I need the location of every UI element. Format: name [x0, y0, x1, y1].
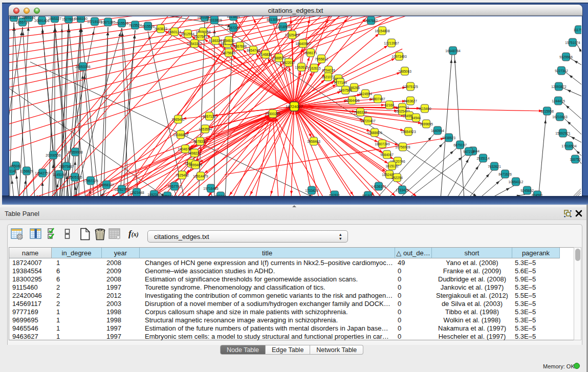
svg-text:20206556: 20206556: [46, 154, 61, 157]
svg-text:8267130: 8267130: [203, 115, 216, 118]
svg-text:2069140: 2069140: [22, 16, 35, 19]
svg-text:10671385: 10671385: [100, 20, 116, 24]
svg-text:16033809: 16033809: [207, 18, 222, 22]
svg-text:7515526: 7515526: [141, 25, 155, 28]
svg-text:16543362: 16543362: [187, 42, 202, 46]
svg-text:391141: 391141: [9, 169, 17, 173]
svg-text:9327503: 9327503: [194, 35, 207, 38]
svg-text:9084067: 9084067: [380, 153, 394, 157]
svg-text:1733426: 1733426: [305, 189, 318, 192]
svg-text:252254: 252254: [391, 176, 403, 180]
svg-text:12923448: 12923448: [129, 191, 144, 194]
svg-text:7986322: 7986322: [354, 111, 367, 114]
svg-text:824561: 824561: [532, 193, 543, 196]
svg-text:9115460: 9115460: [418, 107, 431, 111]
svg-text:1353594: 1353594: [199, 127, 212, 131]
svg-text:7663822: 7663822: [154, 27, 167, 31]
svg-text:9457791: 9457791: [168, 185, 181, 188]
svg-text:14136141: 14136141: [371, 185, 386, 188]
svg-text:2867608: 2867608: [233, 45, 247, 48]
svg-text:8678332: 8678332: [193, 140, 207, 143]
svg-text:3624554: 3624554: [359, 92, 372, 96]
svg-text:16648784: 16648784: [445, 49, 461, 53]
svg-text:6794028: 6794028: [322, 69, 335, 72]
svg-text:6322037: 6322037: [282, 61, 295, 64]
svg-text:6497568: 6497568: [339, 89, 352, 92]
svg-text:12975125: 12975125: [403, 85, 418, 89]
svg-text:7515526: 7515526: [115, 21, 128, 25]
svg-text:1640954: 1640954: [431, 129, 444, 133]
svg-text:9777169: 9777169: [334, 81, 347, 84]
svg-text:16154808: 16154808: [375, 29, 390, 33]
svg-text:16914479: 16914479: [193, 174, 208, 178]
svg-text:154636: 154636: [223, 39, 234, 42]
svg-text:1527602: 1527602: [62, 17, 75, 21]
svg-text:1145194: 1145194: [53, 173, 66, 177]
svg-text:9699695: 9699695: [420, 122, 433, 126]
svg-text:3675685: 3675685: [222, 51, 235, 55]
svg-text:15692971: 15692971: [555, 132, 571, 135]
svg-text:9245652: 9245652: [520, 189, 534, 192]
svg-text:1156829: 1156829: [20, 169, 33, 173]
svg-text:1162615: 1162615: [308, 67, 321, 70]
svg-text:19716485: 19716485: [203, 187, 219, 190]
svg-text:10654112: 10654112: [509, 180, 524, 184]
svg-text:632811: 632811: [329, 193, 340, 196]
svg-text:8912954: 8912954: [181, 32, 194, 36]
svg-text:1362615: 1362615: [295, 65, 308, 69]
svg-text:19218506: 19218506: [275, 25, 291, 29]
svg-text:116753: 116753: [570, 158, 581, 161]
svg-text:1092344: 1092344: [147, 193, 161, 196]
svg-text:1696171: 1696171: [304, 51, 317, 55]
svg-text:8813054: 8813054: [267, 18, 280, 21]
svg-text:8454749: 8454749: [247, 49, 260, 52]
svg-text:9329966: 9329966: [559, 55, 573, 59]
svg-text:6466160: 6466160: [74, 17, 88, 20]
svg-text:9227342: 9227342: [555, 69, 568, 73]
svg-text:11325419: 11325419: [285, 33, 300, 37]
svg-text:19166825: 19166825: [173, 133, 188, 137]
svg-text:15720407: 15720407: [360, 119, 376, 123]
svg-text:12213967: 12213967: [384, 41, 399, 45]
svg-text:841923: 841923: [362, 194, 374, 196]
svg-text:8938923: 8938923: [442, 136, 455, 140]
svg-text:15751074: 15751074: [565, 41, 580, 45]
svg-text:8215958: 8215958: [540, 110, 554, 113]
svg-text:62160: 62160: [385, 103, 395, 107]
svg-text:7357224: 7357224: [227, 26, 240, 30]
svg-text:1244415: 1244415: [552, 99, 565, 103]
svg-text:17957225: 17957225: [83, 179, 98, 183]
svg-text:8660124: 8660124: [168, 30, 181, 34]
svg-text:20364436: 20364436: [344, 99, 360, 102]
svg-text:8471626: 8471626: [498, 172, 512, 176]
svg-text:10807487: 10807487: [370, 97, 385, 101]
svg-text:7485063: 7485063: [398, 70, 411, 73]
svg-text:12505135: 12505135: [67, 176, 82, 179]
svg-text:16210643: 16210643: [552, 115, 568, 119]
svg-text:111752: 111752: [573, 28, 581, 32]
svg-text:19654923: 19654923: [401, 130, 416, 134]
svg-text:943214: 943214: [215, 194, 226, 196]
svg-text:7955812: 7955812: [315, 57, 328, 61]
svg-text:7615524: 7615524: [128, 24, 142, 27]
svg-text:10973493: 10973493: [391, 55, 407, 58]
svg-text:9463627: 9463627: [404, 99, 417, 103]
svg-text:1733426: 1733426: [396, 188, 409, 192]
svg-text:3498222: 3498222: [188, 151, 201, 155]
svg-text:1965492: 1965492: [171, 118, 185, 121]
svg-text:10756928: 10756928: [395, 145, 410, 149]
svg-text:7625402: 7625402: [176, 173, 189, 177]
svg-text:6879197: 6879197: [453, 143, 467, 147]
svg-text:25300295: 25300295: [265, 112, 280, 116]
svg-text:18807249: 18807249: [375, 142, 390, 146]
svg-text:947216: 947216: [463, 150, 474, 154]
svg-text:20053346: 20053346: [75, 65, 91, 69]
svg-text:1615132: 1615132: [385, 164, 399, 168]
svg-text:2935114: 2935114: [476, 157, 490, 160]
svg-text:16782759: 16782759: [114, 188, 129, 191]
svg-text:1588520: 1588520: [272, 56, 286, 60]
svg-text:84944: 84944: [411, 116, 421, 120]
svg-text:23975887: 23975887: [59, 165, 74, 168]
svg-text:10688609: 10688609: [367, 131, 382, 135]
svg-text:9146821: 9146821: [259, 53, 272, 56]
